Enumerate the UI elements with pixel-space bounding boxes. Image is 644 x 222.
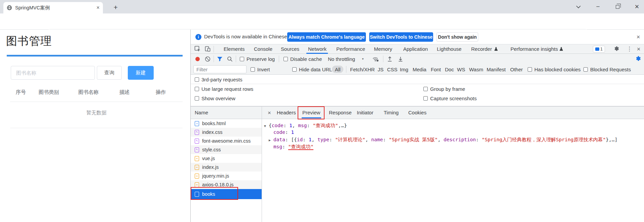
- window-chevron-icon[interactable]: [572, 2, 585, 11]
- filter-type-js[interactable]: JS: [378, 67, 384, 72]
- use-large-rows-checkbox[interactable]: [195, 87, 199, 91]
- use-large-rows-label[interactable]: Use large request rows: [201, 86, 253, 92]
- network-toolbar: Preserve log Disable cache No throttling…: [191, 54, 644, 64]
- requests-name-header[interactable]: Name: [191, 106, 262, 119]
- request-row[interactable]: ✎index.css: [191, 128, 262, 137]
- request-label: vue.js: [202, 156, 215, 161]
- devtools-menu-icon[interactable]: ⋮: [627, 45, 632, 52]
- hide-data-urls-checkbox[interactable]: [292, 67, 297, 72]
- browser-tab[interactable]: SpringMVC案例 ×: [3, 2, 103, 13]
- network-settings-gear-icon[interactable]: [635, 56, 641, 62]
- record-button[interactable]: [195, 57, 200, 61]
- search-icon[interactable]: [227, 56, 233, 62]
- export-har-icon[interactable]: [398, 56, 403, 62]
- device-toolbar-icon[interactable]: [204, 46, 211, 52]
- filter-type-media[interactable]: Media: [413, 67, 426, 72]
- query-button[interactable]: 查询: [97, 66, 122, 80]
- capture-screenshots-checkbox[interactable]: [423, 96, 428, 101]
- tab-timing[interactable]: Timing: [384, 110, 399, 115]
- third-party-label[interactable]: 3rd-party requests: [201, 77, 242, 82]
- json-line-data[interactable]: ▶data: [{id: 1, type: "计算机理论", name: "Sp…: [269, 137, 617, 143]
- filter-type-font[interactable]: Font: [431, 67, 441, 72]
- tab-lighthouse[interactable]: Lighthouse: [437, 46, 461, 52]
- filter-type-doc[interactable]: Doc: [445, 67, 454, 72]
- json-line-root[interactable]: ▼{code: 1, msg: "查询成功",…}: [264, 122, 347, 129]
- tab-sources[interactable]: Sources: [281, 46, 299, 52]
- network-conditions-icon[interactable]: [372, 57, 379, 62]
- throttling-select[interactable]: No throttling: [328, 56, 355, 62]
- invert-checkbox[interactable]: [251, 67, 255, 72]
- has-blocked-cookies-checkbox[interactable]: [528, 67, 532, 72]
- show-overview-label[interactable]: Show overview: [201, 96, 235, 101]
- tab-close-icon[interactable]: ×: [97, 5, 100, 11]
- col-header-name: 图书名称: [78, 89, 99, 96]
- always-match-language-button[interactable]: Always match Chrome's language: [287, 32, 366, 42]
- tab-initiator[interactable]: Initiator: [357, 110, 373, 115]
- hide-data-urls-label[interactable]: Hide data URLs: [299, 67, 335, 72]
- dont-show-again-button[interactable]: Don't show again: [437, 32, 478, 42]
- filter-type-img[interactable]: Img: [400, 67, 408, 72]
- json-line-msg: msg: "查询成功": [273, 144, 313, 150]
- info-icon: i: [195, 34, 201, 40]
- window-close-button[interactable]: ×: [630, 2, 644, 11]
- tab-performance[interactable]: Performance: [336, 46, 365, 52]
- col-header-actions: 操作: [156, 89, 166, 96]
- tab-cookies[interactable]: Cookies: [408, 110, 426, 115]
- request-row[interactable]: ‹›vue.js: [191, 154, 262, 163]
- tab-headers[interactable]: Headers: [277, 110, 296, 115]
- request-row[interactable]: ✎font-awesome.min.css: [191, 137, 262, 145]
- tab-network[interactable]: Network: [308, 46, 327, 52]
- request-label: style.css: [202, 147, 221, 152]
- request-row[interactable]: ✎style.css: [191, 145, 262, 154]
- request-row[interactable]: ≡books.html: [191, 119, 262, 128]
- window-restore-button[interactable]: [611, 2, 624, 11]
- tab-console[interactable]: Console: [254, 46, 272, 52]
- issues-badge[interactable]: 1: [593, 46, 605, 52]
- switch-devtools-chinese-button[interactable]: Switch DevTools to Chinese: [369, 32, 433, 42]
- filter-funnel-icon[interactable]: [217, 57, 223, 62]
- window-minimize-button[interactable]: −: [591, 2, 605, 11]
- tab-application[interactable]: Application: [403, 46, 428, 52]
- filter-type-wasm[interactable]: Wasm: [469, 67, 483, 72]
- tab-recorder[interactable]: Recorder: [471, 46, 492, 52]
- devtools-close-icon[interactable]: ×: [635, 45, 642, 53]
- capture-screenshots-label[interactable]: Capture screenshots: [430, 96, 477, 101]
- request-row[interactable]: ‹›index.js: [191, 163, 262, 172]
- disable-cache-label[interactable]: Disable cache: [290, 56, 322, 62]
- filter-type-manifest[interactable]: Manifest: [487, 67, 506, 72]
- filter-type-other[interactable]: Other: [510, 67, 523, 72]
- devtools-settings-gear-icon[interactable]: [614, 46, 619, 52]
- clear-icon[interactable]: [205, 56, 211, 62]
- new-tab-button[interactable]: +: [110, 3, 121, 12]
- request-row[interactable]: ‹›jquery.min.js: [191, 172, 262, 180]
- tree-collapsed-icon[interactable]: ▶: [269, 138, 273, 142]
- group-by-frame-checkbox[interactable]: [423, 87, 428, 91]
- create-button[interactable]: 新建: [128, 66, 154, 80]
- filter-type-css[interactable]: CSS: [387, 67, 397, 72]
- preserve-log-checkbox[interactable]: [240, 57, 244, 61]
- blocked-requests-label[interactable]: Blocked Requests: [590, 67, 631, 72]
- import-har-icon[interactable]: [387, 56, 392, 62]
- tab-performance-insights[interactable]: Performance insights: [510, 46, 558, 52]
- book-name-input[interactable]: [11, 66, 95, 80]
- close-request-detail-icon[interactable]: ×: [266, 109, 273, 117]
- show-overview-checkbox[interactable]: [195, 96, 199, 101]
- filter-type-ws[interactable]: WS: [457, 67, 465, 72]
- disable-cache-checkbox[interactable]: [283, 57, 288, 61]
- blocked-requests-checkbox[interactable]: [583, 67, 588, 72]
- tree-expanded-icon[interactable]: ▼: [264, 124, 269, 128]
- preserve-log-label[interactable]: Preserve log: [247, 56, 275, 62]
- throttling-caret-icon[interactable]: ▼: [362, 58, 364, 61]
- has-blocked-cookies-label[interactable]: Has blocked cookies: [534, 67, 581, 72]
- tab-elements[interactable]: Elements: [224, 46, 245, 52]
- filter-type-fetch-xhr[interactable]: Fetch/XHR: [350, 67, 375, 72]
- tab-response[interactable]: Response: [329, 110, 352, 115]
- inspect-element-icon[interactable]: [194, 46, 201, 52]
- banner-close-icon[interactable]: ×: [635, 33, 642, 41]
- filter-type-all[interactable]: All: [332, 66, 343, 73]
- third-party-checkbox[interactable]: [195, 77, 199, 82]
- filter-input[interactable]: [193, 65, 247, 73]
- tab-memory[interactable]: Memory: [374, 46, 392, 52]
- invert-label[interactable]: Invert: [257, 67, 270, 72]
- group-by-frame-label[interactable]: Group by frame: [430, 86, 465, 92]
